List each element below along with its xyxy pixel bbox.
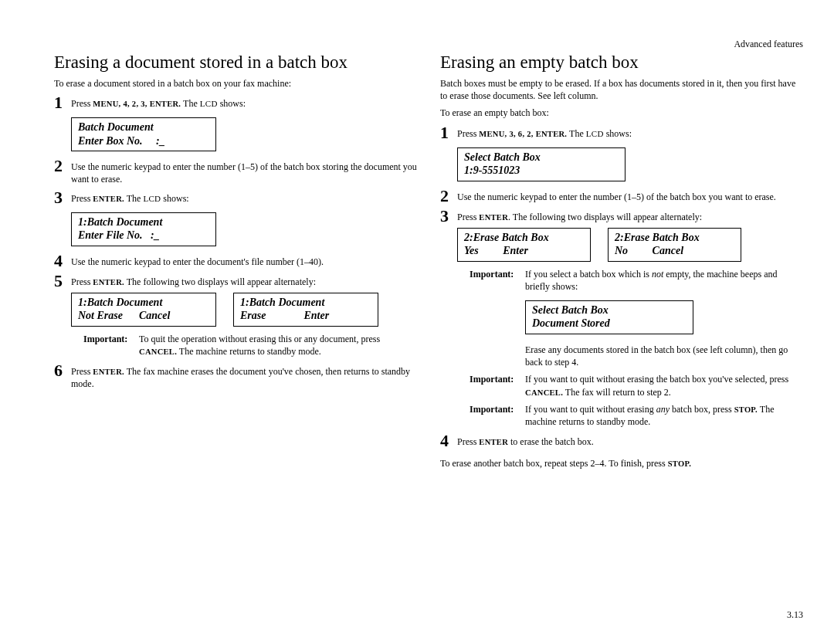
step-body: Use the numeric keypad to enter the docu…: [71, 253, 324, 268]
right-intro-1: Batch boxes must be empty to be erased. …: [440, 77, 803, 102]
left-step-1: 1 Press MENU, 4, 2, 3, ENTER. The LCD sh…: [54, 94, 417, 111]
step-number: 3: [54, 189, 71, 206]
right-step-1: 1 Press MENU, 3, 6, 2, ENTER. The LCD sh…: [440, 124, 803, 141]
text: Press: [71, 98, 93, 109]
important-label: Important:: [470, 268, 525, 293]
left-step-6: 6 Press ENTER. The fax machine erases th…: [54, 362, 417, 390]
important-body: If you want to quit without erasing the …: [525, 373, 803, 398]
text: shows:: [218, 98, 246, 109]
left-step-3: 3 Press ENTER. The LCD shows:: [54, 189, 417, 206]
key-stop: STOP.: [734, 405, 758, 414]
lcd-display-right: 2:Erase Batch Box No Cancel: [608, 228, 741, 262]
text: The fax will return to step 2.: [563, 387, 671, 398]
left-step-2: 2 Use the numeric keypad to enter the nu…: [54, 158, 417, 185]
lcd-display: Select Batch Box Document Stored: [525, 300, 693, 334]
right-step-4: 4 Press ENTER to erase the batch box.: [440, 432, 803, 449]
key-cancel: CANCEL.: [525, 388, 563, 397]
em-any: any: [656, 404, 670, 415]
text: batch box, press: [670, 404, 734, 415]
key-enter: ENTER: [479, 438, 508, 446]
text: If you select a batch box which is: [525, 269, 652, 280]
right-note: Erase any documents stored in the batch …: [525, 344, 803, 368]
left-important: Important: To quit the operation without…: [83, 333, 417, 358]
step-body: Use the numeric keypad to enter the numb…: [71, 158, 417, 185]
lcd-pair: 1:Batch Document Not Erase Cancel 1:Batc…: [71, 293, 417, 327]
key-stop: STOP.: [668, 459, 691, 468]
key-enter: ENTER: [479, 213, 508, 222]
step-body: Press ENTER. The LCD shows:: [71, 189, 189, 205]
right-important-1: Important: If you select a batch box whi…: [470, 268, 803, 293]
text: The: [124, 193, 143, 204]
text: The machine returns to standby mode.: [177, 346, 321, 357]
right-column: Erasing an empty batch box Batch boxes m…: [440, 53, 803, 474]
key-enter: ENTER.: [93, 278, 124, 286]
left-title: Erasing a document stored in a batch box: [54, 53, 417, 73]
key-enter: ENTER.: [93, 195, 124, 203]
lcd-display: 1:Batch Document Enter File No. :_: [71, 212, 216, 246]
step-body: Press ENTER. The fax machine erases the …: [71, 362, 417, 390]
key-enter: ENTER.: [93, 368, 124, 376]
step-number: 4: [54, 253, 71, 269]
text: shows:: [161, 193, 188, 204]
step-body: Use the numeric keypad to enter the numb…: [457, 188, 776, 203]
lcd-display: Batch Document Enter Box No. :_: [71, 117, 216, 151]
right-intro-2: To erase an empty batch box:: [440, 107, 803, 119]
text: Press: [457, 212, 479, 222]
step-body: Press ENTER. The following two displays …: [71, 273, 316, 288]
text: If you want to quit without erasing the …: [525, 374, 788, 385]
right-step-2: 2 Use the numeric keypad to enter the nu…: [440, 188, 803, 205]
step-number: 6: [54, 362, 71, 379]
lcd-display-left: 1:Batch Document Not Erase Cancel: [71, 293, 216, 327]
content-columns: Erasing a document stored in a batch box…: [54, 53, 803, 474]
key-sequence: MENU, 3, 6, 2, ENTER.: [479, 130, 567, 138]
text: Press: [71, 276, 93, 287]
text: . The following two displays will appear…: [508, 212, 702, 222]
step-body: Press MENU, 3, 6, 2, ENTER. The LCD show…: [457, 124, 632, 140]
important-body: To quit the operation without erasing th…: [139, 333, 417, 358]
text: Press: [457, 436, 479, 447]
lcd-pair: 2:Erase Batch Box Yes Enter 2:Erase Batc…: [457, 228, 803, 262]
step-number: 5: [54, 273, 71, 290]
step-number: 1: [54, 94, 71, 111]
right-important-3: Important: If you want to quit without e…: [470, 403, 803, 428]
text: If you want to quit without erasing: [525, 404, 656, 415]
text: Press: [71, 193, 93, 204]
step-number: 1: [440, 124, 457, 141]
left-step-4: 4 Use the numeric keypad to enter the do…: [54, 253, 417, 269]
em-not: not: [652, 269, 663, 280]
important-label: Important:: [470, 373, 525, 398]
lcd-display-left: 2:Erase Batch Box Yes Enter: [457, 228, 591, 262]
text: Press: [71, 366, 93, 377]
key-sequence: MENU, 4, 2, 3, ENTER.: [93, 100, 181, 108]
lcd-display-right: 1:Batch Document Erase Enter: [233, 293, 378, 327]
header-right: Advanced features: [734, 39, 803, 50]
right-step-3: 3 Press ENTER. The following two display…: [440, 208, 803, 225]
key-cancel: CANCEL.: [139, 347, 177, 356]
step-body: Press MENU, 4, 2, 3, ENTER. The LCD show…: [71, 94, 246, 110]
step-number: 2: [440, 188, 457, 205]
important-body: If you select a batch box which is not e…: [525, 268, 803, 293]
text: to erase the batch box.: [508, 436, 594, 447]
important-label: Important:: [83, 333, 139, 358]
right-closing: To erase another batch box, repeat steps…: [440, 457, 803, 469]
step-body: Press ENTER to erase the batch box.: [457, 432, 594, 448]
left-step-5: 5 Press ENTER. The following two display…: [54, 273, 417, 290]
left-intro: To erase a document stored in a batch bo…: [54, 77, 417, 90]
left-column: Erasing a document stored in a batch box…: [54, 53, 417, 474]
lcd-word: LCD: [200, 99, 218, 108]
lcd-display: Select Batch Box 1:9-5551023: [457, 147, 626, 181]
text: Press: [457, 128, 479, 139]
text: The: [567, 128, 585, 139]
important-label: Important:: [470, 403, 525, 428]
text: To erase another batch box, repeat steps…: [440, 458, 668, 469]
step-number: 2: [54, 158, 71, 175]
right-important-2: Important: If you want to quit without e…: [470, 373, 803, 398]
right-title: Erasing an empty batch box: [440, 53, 803, 73]
lcd-word: LCD: [143, 194, 161, 203]
lcd-word: LCD: [586, 129, 604, 138]
text: shows:: [604, 128, 632, 139]
page-number: 3.13: [787, 609, 803, 621]
step-body: Press ENTER. The following two displays …: [457, 208, 702, 223]
text: The: [181, 98, 199, 109]
step-number: 3: [440, 208, 457, 225]
